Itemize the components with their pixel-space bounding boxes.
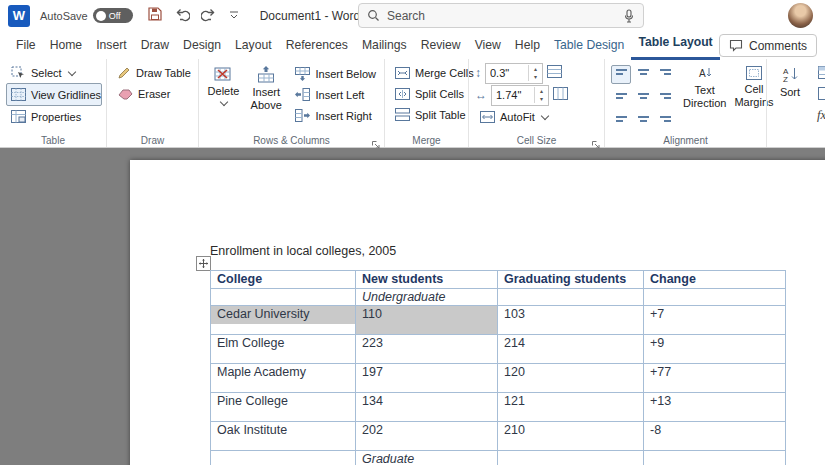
table-cell[interactable]: 134: [356, 393, 498, 422]
tab-references[interactable]: References: [279, 32, 355, 58]
tab-insert[interactable]: Insert: [89, 32, 133, 58]
tab-table-layout[interactable]: Table Layout: [631, 31, 719, 60]
align-top-left-button[interactable]: [611, 65, 631, 84]
table-cell[interactable]: 197: [356, 364, 498, 393]
table-cell[interactable]: 223: [356, 335, 498, 364]
header-cell-college[interactable]: College: [211, 271, 356, 289]
table-cell[interactable]: 103: [498, 306, 644, 335]
split-cells-button[interactable]: Split Cells: [391, 83, 464, 104]
properties-button[interactable]: Properties: [6, 106, 102, 127]
customize-qat-button[interactable]: [228, 7, 240, 25]
insert-right-button[interactable]: Insert Right: [290, 105, 380, 126]
align-center-right-button[interactable]: [655, 86, 675, 105]
comments-button[interactable]: Comments: [719, 34, 817, 57]
repeat-header-rows-button[interactable]: [813, 62, 825, 83]
table-cell[interactable]: Maple Academy: [211, 364, 356, 393]
align-bottom-right-button[interactable]: [655, 107, 675, 126]
table-cell[interactable]: 214: [498, 335, 644, 364]
sort-button[interactable]: AZ Sort: [773, 62, 807, 133]
delete-button[interactable]: Delete: [205, 62, 242, 133]
tab-table-design[interactable]: Table Design: [547, 32, 631, 58]
tab-design[interactable]: Design: [176, 32, 228, 58]
convert-to-text-button[interactable]: [813, 83, 825, 104]
table-cell-selected[interactable]: 110: [356, 306, 498, 335]
eraser-button[interactable]: Eraser: [113, 83, 194, 104]
align-center-left-button[interactable]: [611, 86, 631, 105]
table-cell[interactable]: +77: [644, 364, 786, 393]
table-cell[interactable]: 120: [498, 364, 644, 393]
tab-home[interactable]: Home: [43, 32, 90, 58]
table-cell[interactable]: 210: [498, 422, 644, 451]
align-center-button[interactable]: [633, 86, 653, 105]
table-cell[interactable]: [498, 451, 644, 465]
table-cell[interactable]: Elm College: [211, 335, 356, 364]
tab-file[interactable]: File: [9, 32, 43, 58]
table-cell[interactable]: +7: [644, 306, 786, 335]
microphone-icon[interactable]: [623, 9, 635, 23]
tab-mailings[interactable]: Mailings: [355, 32, 414, 58]
spin-up-icon[interactable]: ▴: [535, 87, 548, 95]
header-cell-graduating-students[interactable]: Graduating students: [498, 271, 644, 289]
autosave-control[interactable]: AutoSave Off: [40, 8, 133, 23]
table-cell[interactable]: [644, 289, 786, 306]
align-bottom-left-button[interactable]: [611, 107, 631, 126]
row-height-input[interactable]: [486, 67, 528, 79]
table-cell-selected[interactable]: Cedar University: [211, 306, 356, 335]
table-cell[interactable]: [644, 451, 786, 465]
word-logo-icon[interactable]: W: [8, 5, 30, 27]
tab-help[interactable]: Help: [508, 32, 547, 58]
comment-icon: [729, 39, 743, 52]
view-gridlines-button[interactable]: View Gridlines: [6, 83, 102, 106]
undo-button[interactable]: [174, 6, 190, 26]
table-move-handle[interactable]: [196, 256, 211, 271]
align-top-center-button[interactable]: [633, 65, 653, 84]
column-width-input[interactable]: [492, 89, 534, 101]
insert-below-button[interactable]: Insert Below: [290, 63, 380, 84]
distribute-rows-button[interactable]: [547, 64, 562, 82]
spin-down-icon[interactable]: ▾: [529, 73, 542, 81]
tab-review[interactable]: Review: [414, 32, 468, 58]
distribute-columns-button[interactable]: [553, 86, 568, 104]
document-page[interactable]: Enrollment in local colleges, 2005 Colle…: [130, 160, 825, 465]
align-bottom-center-button[interactable]: [633, 107, 653, 126]
save-button[interactable]: [147, 6, 163, 26]
merge-cells-button[interactable]: Merge Cells: [391, 62, 464, 83]
search-box[interactable]: Search: [358, 3, 644, 28]
autofit-label: AutoFit: [500, 111, 535, 123]
search-placeholder: Search: [387, 9, 425, 23]
table-cell[interactable]: 202: [356, 422, 498, 451]
insert-above-button[interactable]: Insert Above: [245, 62, 288, 133]
header-cell-new-students[interactable]: New students: [356, 271, 498, 289]
split-table-button[interactable]: Split Table: [391, 104, 464, 125]
user-avatar[interactable]: [788, 3, 813, 28]
align-top-right-button[interactable]: [655, 65, 675, 84]
table-cell[interactable]: -8: [644, 422, 786, 451]
draw-table-button[interactable]: Draw Table: [113, 62, 194, 83]
table-cell[interactable]: Oak Institute: [211, 422, 356, 451]
table-caption-text[interactable]: Enrollment in local colleges, 2005: [210, 244, 396, 258]
table-cell[interactable]: Graduate: [356, 451, 498, 465]
tab-layout[interactable]: Layout: [228, 32, 279, 58]
select-button[interactable]: Select: [6, 62, 102, 83]
tab-draw[interactable]: Draw: [134, 32, 176, 58]
spin-down-icon[interactable]: ▾: [535, 95, 548, 103]
tab-view[interactable]: View: [468, 32, 508, 58]
redo-button[interactable]: [201, 6, 217, 26]
insert-left-button[interactable]: Insert Left: [290, 84, 380, 105]
table-cell[interactable]: +13: [644, 393, 786, 422]
header-cell-change[interactable]: Change: [644, 271, 786, 289]
table-cell[interactable]: [211, 451, 356, 465]
text-direction-button[interactable]: A Text Direction: [683, 62, 726, 133]
table-cell[interactable]: [498, 289, 644, 306]
distribute-rows-icon: [547, 65, 562, 78]
svg-text:A: A: [699, 68, 706, 79]
table-cell[interactable]: 121: [498, 393, 644, 422]
spin-up-icon[interactable]: ▴: [529, 65, 542, 73]
table-cell[interactable]: [211, 289, 356, 306]
formula-button[interactable]: fx: [813, 104, 825, 125]
autofit-button[interactable]: AutoFit: [475, 106, 600, 127]
table-cell[interactable]: Pine College: [211, 393, 356, 422]
table-cell[interactable]: Undergraduate: [356, 289, 498, 306]
table-cell[interactable]: +9: [644, 335, 786, 364]
autosave-toggle[interactable]: Off: [93, 8, 133, 23]
